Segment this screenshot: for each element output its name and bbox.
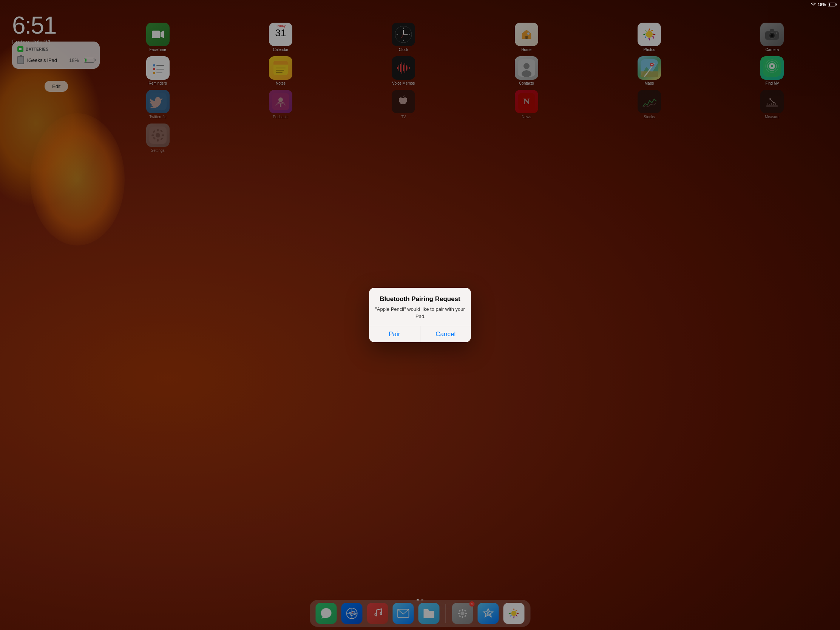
dialog-title: Bluetooth Pairing Request <box>375 295 420 303</box>
dialog-message: "Apple Pencil" would like to pair with y… <box>375 306 420 315</box>
dialog-overlay: Bluetooth Pairing Request "Apple Pencil"… <box>0 0 420 315</box>
status-bar: 18% <box>0 0 420 9</box>
bluetooth-pairing-dialog: Bluetooth Pairing Request "Apple Pencil"… <box>369 288 420 315</box>
dialog-content: Bluetooth Pairing Request "Apple Pencil"… <box>369 288 420 315</box>
